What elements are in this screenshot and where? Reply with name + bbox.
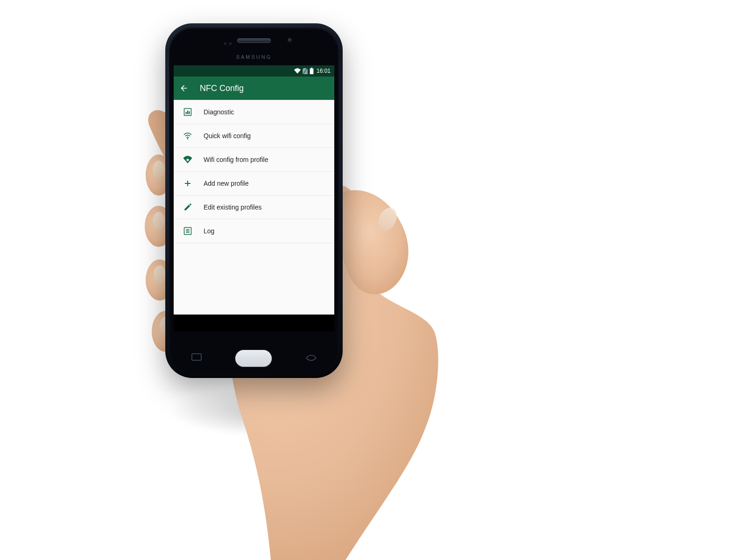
plus-icon — [183, 179, 192, 188]
android-status-bar: 16:01 — [174, 65, 334, 77]
menu-item-label: Add new profile — [204, 180, 249, 187]
svg-rect-9 — [311, 68, 312, 69]
hw-recent-button[interactable] — [191, 352, 202, 364]
svg-rect-14 — [189, 112, 190, 114]
menu-item-quick-wifi[interactable]: Quick wifi config — [174, 124, 334, 148]
menu-item-diagnostic[interactable]: Diagnostic — [174, 100, 334, 124]
app-bar: NFC Config — [174, 77, 334, 100]
svg-point-0 — [375, 205, 401, 234]
menu-item-wifi-profile[interactable]: i Wifi config from profile — [174, 148, 334, 172]
no-sim-icon — [303, 68, 308, 74]
chart-box-icon — [183, 107, 192, 117]
menu-item-edit-profiles[interactable]: Edit existing profiles — [174, 196, 334, 219]
svg-rect-12 — [186, 112, 187, 114]
menu-item-label: Diagnostic — [204, 108, 234, 116]
android-nav-bar — [174, 315, 334, 331]
phone-shadow — [159, 383, 402, 439]
phone-sensors — [224, 39, 234, 47]
phone-mockup: SAMSUNG 16:01 NFC Config — [165, 23, 343, 378]
menu-item-label: Wifi config from profile — [204, 156, 268, 163]
svg-point-15 — [187, 138, 189, 140]
svg-rect-10 — [310, 69, 314, 74]
status-bar-time: 16:01 — [317, 68, 331, 74]
menu-item-log[interactable]: Log — [174, 219, 334, 243]
svg-point-5 — [153, 161, 165, 178]
svg-point-6 — [153, 212, 165, 230]
main-menu-list: Diagnostic Quick wifi config i Wifi conf… — [174, 100, 334, 243]
arrow-left-icon — [179, 84, 189, 93]
menu-item-add-profile[interactable]: Add new profile — [174, 172, 334, 196]
list-box-icon — [183, 226, 192, 236]
pencil-icon — [183, 203, 192, 212]
phone-front-camera — [287, 37, 294, 44]
svg-rect-22 — [192, 354, 201, 360]
app-bar-title: NFC Config — [200, 84, 244, 93]
menu-item-label: Log — [204, 227, 214, 235]
svg-point-7 — [154, 266, 166, 283]
phone-brand-label: SAMSUNG — [236, 54, 272, 60]
hw-home-button[interactable] — [234, 349, 273, 368]
svg-rect-13 — [187, 111, 188, 114]
battery-icon — [310, 68, 314, 74]
phone-earpiece — [237, 38, 271, 43]
menu-item-label: Quick wifi config — [204, 132, 251, 140]
wifi-status-icon — [294, 68, 301, 74]
menu-item-label: Edit existing profiles — [204, 203, 262, 211]
wifi-solid-icon: i — [183, 155, 192, 164]
phone-hw-buttons — [165, 349, 343, 368]
svg-text:i: i — [187, 159, 188, 161]
back-button[interactable] — [179, 84, 189, 93]
hw-back-button[interactable] — [305, 352, 317, 364]
wifi-outline-icon — [183, 131, 192, 140]
phone-screen: 16:01 NFC Config Diagnostic — [174, 65, 334, 331]
